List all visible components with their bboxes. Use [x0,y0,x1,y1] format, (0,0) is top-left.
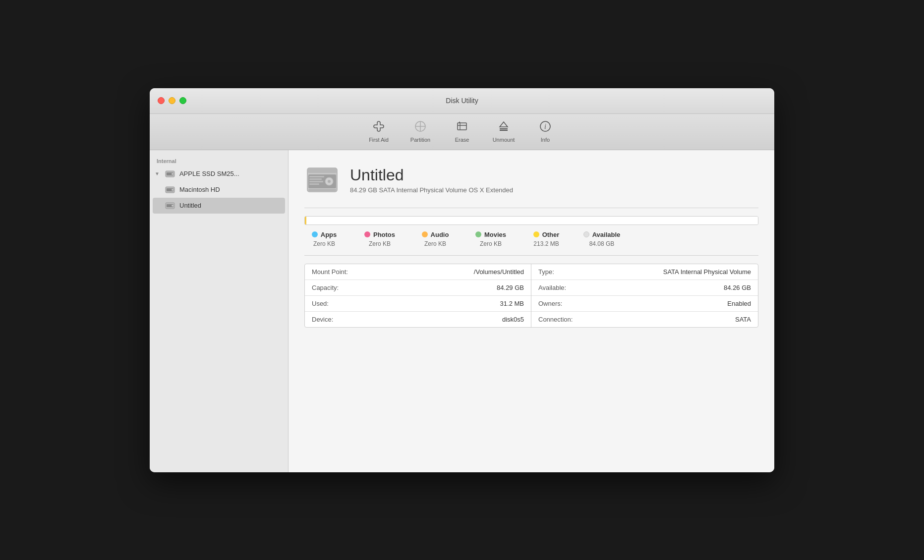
info-button[interactable]: i Info [525,118,565,145]
photos-dot [364,231,370,237]
apps-dot [312,231,318,237]
used-value: 31.2 MB [500,300,524,307]
svg-point-13 [172,173,173,175]
erase-label: Erase [455,137,469,143]
main-area: Internal ▼ APPLE SSD SM25... Macintos [150,150,774,472]
svg-rect-25 [309,176,324,177]
info-icon: i [539,120,552,135]
device-key: Device: [312,316,333,323]
sidebar: Internal ▼ APPLE SSD SM25... Macintos [150,150,289,472]
info-row-type: Type: SATA Internal Physical Volume [531,264,758,280]
first-aid-icon [372,120,385,135]
info-row-device: Device: disk0s5 [305,312,531,327]
available-info-value: 84.26 GB [724,284,751,291]
type-key: Type: [538,268,554,276]
disk-info: Untitled 84.29 GB SATA Internal Physical… [350,166,513,194]
storage-segment-available [306,217,758,224]
owners-key: Owners: [538,300,562,307]
partition-button[interactable]: Partition [401,118,440,145]
erase-button[interactable]: Erase [442,118,482,145]
legend-item-available: Available 84.08 GB [582,231,622,247]
legend-item-photos: Photos Zero KB [360,231,400,247]
partition-label: Partition [410,137,430,143]
drive-icon [165,168,175,179]
svg-marker-6 [500,122,508,127]
svg-rect-21 [307,168,337,173]
apps-name: Apps [321,231,337,238]
disk-name: Untitled [350,166,513,184]
svg-text:i: i [544,123,546,130]
other-name: Other [542,231,560,238]
info-table: Mount Point: /Volumes/Untitled Capacity:… [304,264,758,328]
sidebar-item-apple-ssd-label: APPLE SSD SM25... [179,170,239,177]
connection-key: Connection: [538,316,573,323]
available-value: 84.08 GB [589,240,615,247]
svg-rect-3 [458,123,466,130]
info-table-inner: Mount Point: /Volumes/Untitled Capacity:… [305,264,758,327]
svg-rect-28 [309,183,319,185]
capacity-key: Capacity: [312,284,339,291]
info-row-used: Used: 31.2 MB [305,296,531,312]
maximize-button[interactable] [179,97,186,104]
storage-legend: Apps Zero KB Photos Zero KB [304,231,758,247]
close-button[interactable] [158,97,165,104]
first-aid-label: First Aid [369,137,389,143]
device-value: disk0s5 [502,316,524,323]
audio-name: Audio [431,231,449,238]
svg-point-24 [328,180,331,183]
window-title: Disk Utility [446,97,478,105]
type-value: SATA Internal Physical Volume [663,268,751,276]
info-row-capacity: Capacity: 84.29 GB [305,280,531,296]
titlebar: Disk Utility [150,88,774,114]
legend-item-audio: Audio Zero KB [415,231,455,247]
toolbar: First Aid Partition Erase [150,114,774,150]
available-key: Available: [538,284,566,291]
disk-utility-window: Disk Utility First Aid Partition [150,88,774,472]
chevron-icon: ▼ [155,171,160,176]
info-row-connection: Connection: SATA [531,312,758,327]
info-label: Info [541,137,550,143]
unmount-icon [497,120,510,135]
mount-point-key: Mount Point: [312,268,348,276]
traffic-lights [150,97,186,104]
other-dot [533,231,539,237]
info-row-mount-point: Mount Point: /Volumes/Untitled [305,264,531,280]
svg-rect-26 [309,178,322,180]
sidebar-item-macintosh-hd[interactable]: Macintosh HD [150,182,288,198]
sidebar-item-untitled[interactable]: Untitled [153,198,285,214]
movies-name: Movies [484,231,506,238]
movies-value: Zero KB [480,240,502,247]
owners-value: Enabled [727,300,751,307]
apps-value: Zero KB [313,240,335,247]
divider-1 [304,208,758,208]
info-col-right: Type: SATA Internal Physical Volume Avai… [531,264,758,327]
storage-bar-container: Apps Zero KB Photos Zero KB [304,216,758,247]
sidebar-item-macintosh-hd-label: Macintosh HD [179,186,220,193]
info-col-left: Mount Point: /Volumes/Untitled Capacity:… [305,264,531,327]
partition-icon [414,120,427,135]
info-row-owners: Owners: Enabled [531,296,758,312]
erase-icon [456,120,468,135]
mount-point-value: /Volumes/Untitled [474,268,524,276]
sidebar-section-internal: Internal [150,155,288,166]
svg-rect-27 [309,181,323,182]
connection-value: SATA [735,316,751,323]
legend-item-movies: Movies Zero KB [471,231,511,247]
sidebar-item-apple-ssd[interactable]: ▼ APPLE SSD SM25... [150,166,288,182]
disk-graphic [304,162,340,198]
legend-item-other: Other 213.2 MB [526,231,566,247]
legend-item-apps: Apps Zero KB [304,231,344,247]
sidebar-item-untitled-label: Untitled [179,202,201,209]
disk-subtitle: 84.29 GB SATA Internal Physical Volume O… [350,186,513,194]
unmount-button[interactable]: Unmount [484,118,523,145]
info-row-available: Available: 84.26 GB [531,280,758,296]
first-aid-button[interactable]: First Aid [359,118,399,145]
volume-icon-selected [165,200,175,211]
divider-2 [304,255,758,256]
audio-value: Zero KB [424,240,446,247]
photos-name: Photos [373,231,395,238]
minimize-button[interactable] [169,97,175,104]
other-value: 213.2 MB [533,240,559,247]
svg-point-19 [172,205,173,207]
movies-dot [475,231,481,237]
